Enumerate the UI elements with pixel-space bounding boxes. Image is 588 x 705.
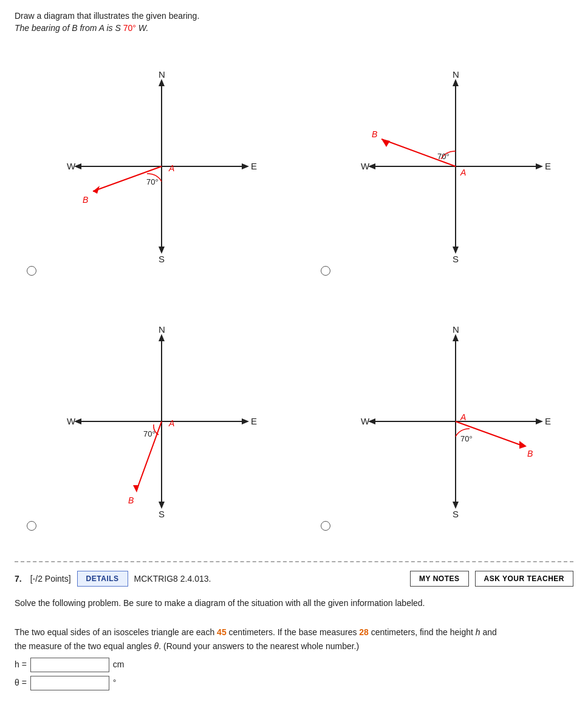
svg-text:W: W: [67, 416, 76, 426]
svg-text:70°: 70°: [143, 429, 156, 438]
diagram-bottom-right: N S W E A 70° B: [309, 294, 588, 549]
svg-text:W: W: [67, 161, 76, 171]
svg-marker-61: [536, 418, 543, 424]
svg-marker-4: [159, 247, 165, 254]
problem-body: Solve the following problem. Be sure to …: [15, 596, 573, 690]
svg-marker-49: [133, 485, 139, 492]
h-unit: cm: [113, 658, 125, 672]
svg-text:W: W: [361, 161, 370, 171]
svg-text:N: N: [159, 324, 165, 335]
h-label: h =: [15, 658, 27, 672]
problem-toolbar: 7. [-/2 Points] DETAILS MCKTRIG8 2.4.013…: [15, 571, 573, 587]
svg-text:70°: 70°: [146, 177, 159, 186]
theta-unit: °: [113, 676, 117, 690]
diagram-bottom-left: N S W E A 70° B: [15, 294, 309, 549]
compass-svg-top-left: N S W E A 70° B: [64, 69, 259, 264]
svg-text:B: B: [527, 449, 533, 458]
diagram-top-left: N S W E A 70° B: [15, 39, 309, 294]
svg-text:70°: 70°: [437, 152, 450, 161]
svg-marker-32: [381, 139, 390, 147]
svg-text:S: S: [453, 254, 459, 264]
svg-text:70°: 70°: [460, 434, 473, 443]
ask-teacher-button[interactable]: ASK YOUR TEACHER: [475, 571, 573, 587]
problem-number: 7.: [15, 574, 22, 584]
svg-text:W: W: [361, 416, 370, 426]
svg-text:S: S: [453, 509, 459, 519]
svg-text:E: E: [251, 161, 257, 171]
h-input-row: h = cm: [15, 658, 573, 672]
svg-marker-10: [242, 163, 249, 169]
svg-marker-52: [453, 334, 459, 341]
svg-marker-66: [519, 441, 527, 449]
svg-text:B: B: [83, 195, 88, 205]
svg-text:S: S: [159, 254, 165, 264]
radio-top-right[interactable]: [321, 266, 330, 276]
problem-intro: Solve the following problem. Be sure to …: [15, 596, 573, 611]
diagrams-grid: N S W E A 70° B: [15, 39, 573, 549]
svg-marker-18: [453, 79, 459, 86]
points-label: [-/2 Points]: [30, 574, 71, 584]
svg-text:A: A: [168, 418, 174, 428]
svg-marker-44: [242, 418, 249, 424]
compass-svg-bottom-right: N S W E A 70° B: [358, 324, 553, 519]
svg-text:A: A: [168, 163, 174, 173]
svg-text:A: A: [460, 412, 466, 422]
theta-input-row: θ = °: [15, 676, 573, 690]
svg-marker-27: [536, 163, 543, 169]
bearing-text: The bearing of B from A is S 70° W.: [15, 23, 573, 33]
radio-top-left[interactable]: [27, 266, 36, 276]
problem-header: Draw a diagram that illustrates the give…: [15, 11, 573, 33]
diagram-top-right: N S W E A 70° B: [309, 39, 588, 294]
svg-text:N: N: [453, 324, 459, 335]
svg-marker-21: [453, 247, 459, 254]
svg-text:B: B: [128, 496, 134, 505]
compass-svg-bottom-left: N S W E A 70° B: [64, 324, 259, 519]
my-notes-button[interactable]: MY NOTES: [410, 571, 468, 587]
svg-marker-55: [453, 502, 459, 509]
section-divider: [15, 561, 573, 562]
h-input[interactable]: [30, 658, 109, 672]
svg-text:N: N: [159, 69, 165, 80]
source-label: MCKTRIG8 2.4.013.: [134, 574, 211, 584]
instruction-text: Draw a diagram that illustrates the give…: [15, 11, 573, 21]
svg-marker-35: [159, 334, 165, 341]
svg-text:S: S: [159, 509, 165, 519]
problem-statement: The two equal sides of an isosceles tria…: [15, 625, 573, 655]
theta-label: θ =: [15, 676, 27, 690]
details-button[interactable]: DETAILS: [77, 571, 128, 587]
radio-bottom-left[interactable]: [27, 521, 36, 531]
svg-marker-1: [159, 79, 165, 86]
radio-bottom-right[interactable]: [321, 521, 330, 531]
compass-svg-top-right: N S W E A 70° B: [358, 69, 553, 264]
svg-text:E: E: [545, 416, 551, 426]
svg-text:A: A: [460, 168, 466, 177]
svg-text:N: N: [453, 69, 459, 80]
svg-text:E: E: [545, 161, 551, 171]
svg-text:B: B: [372, 129, 377, 139]
svg-marker-38: [159, 502, 165, 509]
svg-text:E: E: [251, 416, 257, 426]
theta-input[interactable]: [30, 676, 109, 690]
